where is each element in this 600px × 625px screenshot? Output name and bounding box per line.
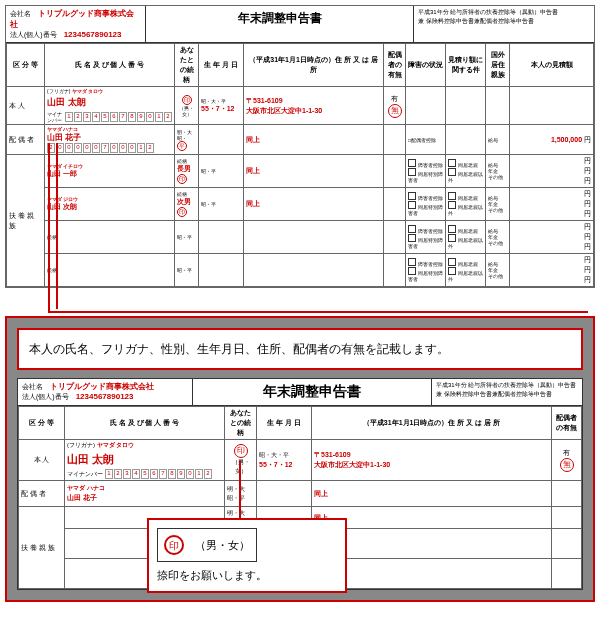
spouse-none-circle: 無 <box>388 104 402 118</box>
main-table: 区 分 等 氏 名 及 び 個 人 番 号 あなたとの続柄 生 年 月 日 （平… <box>6 43 594 287</box>
person-row: 本 人 (フリガナ) ヤマダ タロウ 山田 太朗 マイナンバー 12345678… <box>7 87 594 125</box>
form-subtitle: 平成31年分 給与所得者の扶養控除等（異動）申告書 兼 保険料控除申告書兼配偶者… <box>414 6 594 42</box>
corp-number: 1234567890123 <box>64 30 122 39</box>
dependent-row: ヤマダ ジロウ 山田 次朗 続柄次男印 昭・平 同上 障害者控除同居特別障害者 … <box>7 188 594 221</box>
company-block: 会社名 トリプルグッド商事株式会社 法人(個人)番号 1234567890123 <box>6 6 146 42</box>
zoom-panel: 本人の氏名、フリガナ、性別、生年月日、住所、配偶者の有無を記載します。 会社名 … <box>5 316 595 602</box>
spouse-row: 配 偶 者 ヤマダ ハナコ 山田 花子 200000700012 明・大昭・平 … <box>7 125 594 155</box>
zoom-stamp-icon: 印 <box>234 444 248 458</box>
stamp-sample-icon: 印 <box>164 535 184 555</box>
form-title: 年末調整申告書 <box>146 6 414 42</box>
mynumber-digits: 123456789012 <box>65 112 172 122</box>
main-callout: 本人の氏名、フリガナ、性別、生年月日、住所、配偶者の有無を記載します。 <box>17 328 583 370</box>
dependent-row-empty: 続柄昭・平 障害者控除同居特別障害者 同居老親同居老親以外 給与年金その他 円円… <box>7 221 594 254</box>
dependent-row-empty: 続柄昭・平 障害者控除同居特別障害者 同居老親同居老親以外 給与年金その他 円円… <box>7 254 594 287</box>
zoom-person-row: 本 人 (フリガナ) ヤマダ タロウ 山田 太朗 マイナンバー 12345678… <box>19 440 582 481</box>
stamp-icon: 印 <box>182 95 192 105</box>
zoom-spouse-row: 配 偶 者 ヤマダ ハナコ 山田 花子 明・大昭・平 同上 <box>19 481 582 507</box>
dependent-row: 扶 養 親 族 ヤマダ イチロウ 山田 一郎 続柄長男印 昭・平 同上 障害者控… <box>7 155 594 188</box>
stamp-icon: 印 <box>177 207 187 217</box>
full-form: 会社名 トリプルグッド商事株式会社 法人(個人)番号 1234567890123… <box>5 5 595 288</box>
stamp-callout: 印 （男・女） 捺印をお願いします。 <box>147 518 347 593</box>
stamp-icon: 印 <box>177 174 187 184</box>
